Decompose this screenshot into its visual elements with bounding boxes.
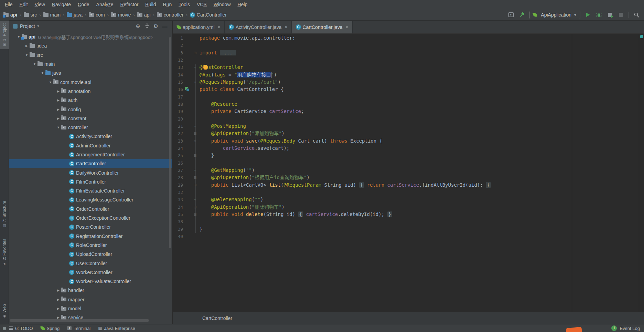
fold-marker-icon[interactable]: ⊟ xyxy=(191,154,200,157)
toolwindow-preview-icon[interactable]: ▸ xyxy=(507,11,514,18)
tree-vertical-scrollbar[interactable] xyxy=(169,37,171,248)
menu-refactor[interactable]: Refactor xyxy=(117,0,142,9)
menu-tools[interactable]: Tools xyxy=(175,0,193,9)
code-line-28[interactable]: 28⊟ @ApiOperation("根据用户id查询购物车") xyxy=(173,174,644,181)
tree-item-java[interactable]: ▼java xyxy=(9,69,172,77)
code-line-3[interactable]: 3⊞import ... xyxy=(173,49,644,56)
status-item-terminal[interactable]: ❯Terminal xyxy=(67,326,90,331)
fold-marker-icon[interactable]: ⊞ xyxy=(191,183,200,187)
menu-view[interactable]: View xyxy=(31,0,49,9)
code-line-32[interactable]: 32 xyxy=(173,189,644,196)
tab-application.yml[interactable]: application.yml✕ xyxy=(173,21,225,33)
tree-item-main[interactable]: ▼main xyxy=(9,60,172,69)
fold-marker-icon[interactable]: ⊟ xyxy=(191,132,200,135)
tree-item-ActivityController[interactable]: CActivityController xyxy=(9,132,172,141)
tree-item-UploadController[interactable]: CUploadController xyxy=(9,250,172,259)
tree-item-constant[interactable]: ▶constant xyxy=(9,114,172,123)
build-hammer-icon[interactable] xyxy=(518,11,525,18)
tree-item-model[interactable]: ▶model xyxy=(9,304,172,313)
code-line-24[interactable]: 24 cartService.save(cart); xyxy=(173,145,644,152)
breadcrumb-item-main[interactable]: main xyxy=(43,12,61,18)
tree-item-AdminController[interactable]: CAdminController xyxy=(9,141,172,150)
code-line-38[interactable]: 38 xyxy=(173,218,644,225)
tree-item-FilmEvaluateController[interactable]: CFilmEvaluateController xyxy=(9,186,172,195)
tree-horizontal-scrollbar[interactable] xyxy=(10,319,149,322)
close-icon[interactable]: ✕ xyxy=(217,25,221,30)
fold-marker-icon[interactable]: ▿ xyxy=(191,198,200,201)
menu-help[interactable]: Help xyxy=(234,0,251,9)
collapse-all-icon[interactable] xyxy=(142,23,151,29)
code-line-16[interactable]: 16public class CartController { xyxy=(173,86,644,93)
toolwindow-switcher-icon[interactable]: ▦ xyxy=(0,326,9,331)
breadcrumb-item-api[interactable]: api xyxy=(137,12,151,18)
tree-toggle-icon[interactable]: ▶ xyxy=(55,289,61,292)
menu-vcs[interactable]: VCS xyxy=(193,0,210,9)
toolwindow-stripe-favorites[interactable]: ★ 2: Favorites xyxy=(0,236,9,269)
breadcrumb-item-api[interactable]: api xyxy=(3,12,17,18)
stop-button[interactable] xyxy=(618,11,624,18)
tree-item-config[interactable]: ▶config xyxy=(9,105,172,114)
code-line-22[interactable]: 22⊟ @ApiOperation("添加购物车") xyxy=(173,130,644,137)
tree-item-RegistrationController[interactable]: CRegistrationController xyxy=(9,232,172,241)
event-log-widget[interactable]: 1 Event Log xyxy=(611,325,644,331)
toolwindow-stripe-project[interactable]: ▣ 1: Project xyxy=(0,21,9,49)
code-line-1[interactable]: 1package com.movie.api.controller; xyxy=(173,34,644,42)
run-config-selector[interactable]: ApiApplication ▼ xyxy=(529,11,580,19)
fold-marker-icon[interactable]: ▿ xyxy=(191,80,200,84)
fold-marker-icon[interactable]: ⊞ xyxy=(191,212,200,216)
menu-file[interactable]: File xyxy=(1,0,16,9)
debug-button[interactable] xyxy=(595,11,602,18)
code-line-29[interactable]: 29⊞ public List<CartVO> list(@RequestPar… xyxy=(173,181,644,189)
code-line-13[interactable]: 13▿@RestController xyxy=(173,64,644,71)
close-icon[interactable]: ✕ xyxy=(345,25,349,30)
tree-toggle-icon[interactable]: ▶ xyxy=(55,98,61,102)
tree-item-OrderController[interactable]: COrderController xyxy=(9,205,172,214)
code-editor[interactable]: 1package com.movie.api.controller;23⊞imp… xyxy=(173,34,644,312)
tree-toggle-icon[interactable]: ▶ xyxy=(55,108,61,111)
code-line-25[interactable]: 25⊟ } xyxy=(173,152,644,159)
tree-toggle-icon[interactable]: ▶ xyxy=(24,44,30,48)
breadcrumb-item-controller[interactable]: controller xyxy=(157,12,184,18)
tree-toggle-icon[interactable]: ▼ xyxy=(55,126,61,129)
tab-ActivityController.java[interactable]: CActivityController.java✕ xyxy=(225,21,292,33)
tree-item-com.movie.api[interactable]: ▼com.movie.api xyxy=(9,77,172,86)
tree-toggle-icon[interactable]: ▼ xyxy=(24,53,30,57)
tree-toggle-icon[interactable]: ▼ xyxy=(32,62,37,66)
tree-item-api[interactable]: ▼apiG:\shejiing\基于springboot vue电影购票系统\s… xyxy=(9,32,172,41)
close-icon[interactable]: ✕ xyxy=(285,25,288,30)
tree-item-UserController[interactable]: CUserController xyxy=(9,259,172,268)
tree-toggle-icon[interactable]: ▶ xyxy=(55,298,61,301)
spring-bean-gutter-icon[interactable] xyxy=(185,87,189,91)
tree-toggle-icon[interactable]: ▼ xyxy=(40,71,45,75)
menu-navigate[interactable]: Navigate xyxy=(49,0,74,9)
menu-code[interactable]: Code xyxy=(74,0,93,9)
code-line-23[interactable]: 23▿ public void save(@RequestBody Cart c… xyxy=(173,137,644,145)
code-line-21[interactable]: 21▿ @PostMapping xyxy=(173,123,644,130)
code-line-17[interactable]: 17 xyxy=(173,93,644,101)
menu-edit[interactable]: Edit xyxy=(16,0,31,9)
tree-item-controller[interactable]: ▼controller xyxy=(9,123,172,132)
fold-marker-icon[interactable]: ⊟ xyxy=(191,176,200,179)
code-line-40[interactable]: 40 xyxy=(173,233,644,240)
breadcrumb-item-movie[interactable]: movie xyxy=(111,12,131,18)
tree-item-auth[interactable]: ▶auth xyxy=(9,96,172,105)
code-line-39[interactable]: 39} xyxy=(173,226,644,233)
tree-item-mapper[interactable]: ▶mapper xyxy=(9,295,172,304)
tree-item-annotation[interactable]: ▶annotation xyxy=(9,87,172,96)
code-line-33[interactable]: 33▿ @DeleteMapping("") xyxy=(173,196,644,203)
tree-item-LeavingMessageController[interactable]: CLeavingMessageController xyxy=(9,195,172,204)
tree-item-DailyWorkController[interactable]: CDailyWorkController xyxy=(9,168,172,177)
breadcrumb-item-cartcontroller[interactable]: CCartController xyxy=(190,12,227,18)
fold-marker-icon[interactable]: ▿ xyxy=(191,139,200,143)
editor-breadcrumb-item[interactable]: CartController xyxy=(202,315,232,321)
code-line-15[interactable]: 15▿@RequestMapping("/api/cart") xyxy=(173,79,644,86)
search-everywhere-icon[interactable] xyxy=(633,11,640,18)
tree-toggle-icon[interactable]: ▼ xyxy=(47,81,53,84)
hide-panel-icon[interactable]: — xyxy=(160,23,169,29)
tree-item-PosterController[interactable]: CPosterController xyxy=(9,222,172,231)
fold-marker-icon[interactable]: ⊞ xyxy=(191,51,200,55)
code-line-26[interactable]: 26 xyxy=(173,159,644,167)
tree-toggle-icon[interactable]: ▶ xyxy=(55,117,61,120)
breadcrumb-item-src[interactable]: src xyxy=(24,12,37,18)
tree-toggle-icon[interactable]: ▶ xyxy=(55,90,61,93)
